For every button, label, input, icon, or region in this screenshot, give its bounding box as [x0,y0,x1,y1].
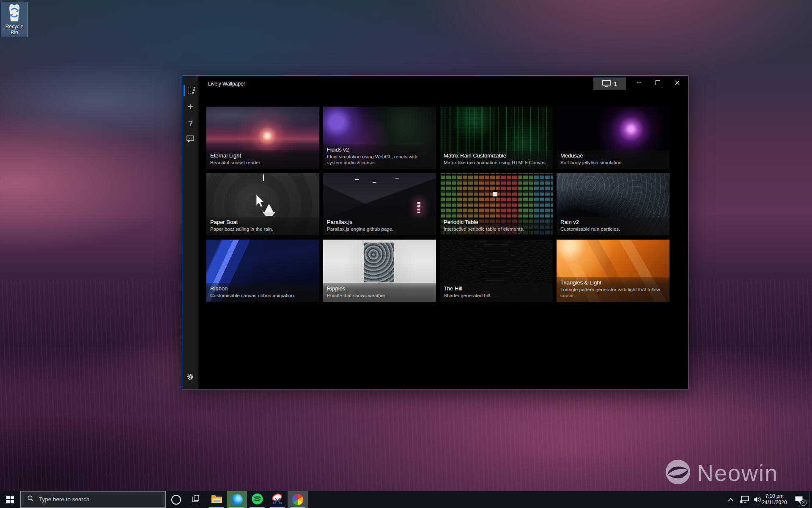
tile-description: Puddle that shows weather. [327,293,432,299]
wallpaper-tile-fluids-v2[interactable]: Fluids v2 Fluid simulation using WebGL, … [323,107,436,169]
tile-description: Customisable canvas ribbon animation. [210,293,315,299]
wallpaper-tile-rain-v2[interactable]: Rain v2 Customisable rain particles. [557,173,669,235]
help-icon: ? [188,119,193,128]
wallpaper-tile-medusae[interactable]: Medusae Soft body jellyfish simulation. [557,107,669,169]
wallpaper-tile-eternal-light[interactable]: Eternal Light Beautiful sunset render. [206,107,319,169]
show-desktop-button[interactable] [809,491,812,508]
spotify-icon [252,493,263,506]
sidebar-item-add-wallpaper[interactable]: + [182,99,198,114]
network-icon [740,496,749,503]
clock[interactable]: 7:10 pm 24/11/2020 [760,491,788,508]
clock-date: 24/11/2020 [762,500,787,506]
start-button[interactable] [0,491,20,508]
task-view-icon [192,495,200,504]
tile-title: Triangles & Light [560,279,666,286]
tile-caption: Paper Boat Paper boat sailing in the rai… [206,217,319,235]
tile-caption: The Hill Shader generated hill. [440,283,553,302]
close-icon [675,80,680,85]
tile-caption: Eternal Light Beautiful sunset render. [206,150,319,169]
neowin-watermark: Neowin [665,459,778,487]
wallpaper-tile-parallax-js[interactable]: Parallax.js Parallax.js engine github pa… [323,173,436,235]
add-icon: + [187,101,193,113]
edge-button[interactable] [227,491,247,508]
tile-title: Eternal Light [210,152,315,159]
recycle-bin-shortcut[interactable]: Recycle Bin [1,3,28,37]
action-center-button[interactable]: 2 [789,491,809,508]
cortana-button[interactable] [166,491,186,508]
tile-description: Beautiful sunset render. [210,160,315,166]
tile-title: Ribbon [210,285,315,292]
sidebar-item-library[interactable] [182,83,198,97]
spotify-button[interactable] [247,491,267,508]
sidebar: + ? [182,76,198,389]
minimize-button[interactable] [630,76,648,89]
close-button[interactable] [668,76,686,89]
snipping-tool-icon [272,493,283,506]
tile-description: Soft body jellyfish simulation. [560,160,666,166]
tile-description: Paper boat sailing in the rain. [210,226,315,232]
snipping-tool-button[interactable] [267,491,288,508]
recycle-bin-label: Recycle Bin [1,24,27,36]
neowin-logo-icon [665,459,691,487]
tile-description: Triangle pattern generator with light th… [560,287,666,299]
feedback-icon [187,135,194,144]
tile-description: Shader generated hill. [444,293,549,299]
lively-wallpaper-button[interactable] [288,491,308,508]
tile-caption: Ribbon Customisable canvas ribbon animat… [206,283,319,302]
search-icon [27,495,34,503]
wallpaper-tile-the-hill[interactable]: The Hill Shader generated hill. [440,240,553,302]
neowin-wordmark: Neowin [697,460,778,486]
wallpaper-tile-triangles-and-light[interactable]: Triangles & Light Triangle pattern gener… [557,240,669,302]
recycle-bin-icon [6,16,23,23]
tile-description: Customisable rain particles. [560,226,666,232]
sidebar-item-feedback[interactable] [182,133,198,147]
search-input[interactable] [38,496,154,503]
tile-caption: Ripples Puddle that shows weather. [323,283,436,302]
screen: Recycle Bin Neowin + ? [0,0,812,508]
tile-title: Parallax.js [327,219,432,225]
taskbar-search[interactable] [20,491,166,508]
tile-caption: Parallax.js Parallax.js engine github pa… [323,217,436,235]
file-explorer-button[interactable] [206,491,227,508]
tile-caption: Medusae Soft body jellyfish simulation. [557,150,669,169]
wallpaper-tile-ripples[interactable]: Ripples Puddle that shows weather. [323,240,436,302]
settings-icon [187,373,194,382]
cortana-icon [171,495,181,505]
tile-title: Paper Boat [210,219,315,225]
lively-wallpaper-window: + ? [182,75,689,389]
lively-wallpaper-icon [292,494,303,505]
tile-title: Periodic Table [444,219,549,225]
wallpaper-tile-periodic-table[interactable]: Periodic Table Interactive periodic tabl… [440,173,553,235]
wallpaper-gallery: Eternal Light Beautiful sunset render. F… [206,107,669,302]
tile-description: Fluid simulation using WebGL, reacts wit… [327,154,432,166]
file-explorer-icon [211,494,222,505]
monitor-select-button[interactable]: 1 [593,77,626,90]
monitor-icon [602,80,611,88]
tile-title: The Hill [444,285,549,292]
task-view-button[interactable] [186,491,206,508]
tile-title: Rain v2 [560,219,666,225]
wallpaper-tile-matrix-rain[interactable]: Matrix Rain Customizable Matrix like rai… [440,107,553,169]
clock-time: 7:10 pm [765,493,783,500]
maximize-button[interactable] [648,76,667,89]
tile-caption: Periodic Table Interactive periodic tabl… [440,217,553,235]
tile-caption: Matrix Rain Customizable Matrix like rai… [440,150,553,169]
sidebar-item-help[interactable]: ? [182,116,198,131]
network-tray-button[interactable] [738,491,751,508]
start-icon [6,496,14,503]
tray-overflow-button[interactable] [724,491,738,508]
wallpaper-tile-ribbon[interactable]: Ribbon Customisable canvas ribbon animat… [206,240,319,302]
edge-icon [231,494,243,505]
taskbar: 7:10 pm 24/11/2020 2 [0,491,812,508]
tile-title: Medusae [560,152,666,159]
tile-caption: Triangles & Light Triangle pattern gener… [557,277,669,302]
window-title: Lively Wallpaper [208,81,245,87]
tile-title: Matrix Rain Customizable [444,152,549,159]
tile-description: Parallax.js engine github page. [327,226,432,232]
monitor-count: 1 [614,81,617,87]
sidebar-item-settings[interactable] [182,370,198,385]
tile-caption: Fluids v2 Fluid simulation using WebGL, … [323,144,436,169]
wallpaper-tile-paper-boat[interactable]: Paper Boat Paper boat sailing in the rai… [206,173,319,235]
chevron-up-icon [728,498,734,502]
tile-title: Fluids v2 [327,146,432,153]
